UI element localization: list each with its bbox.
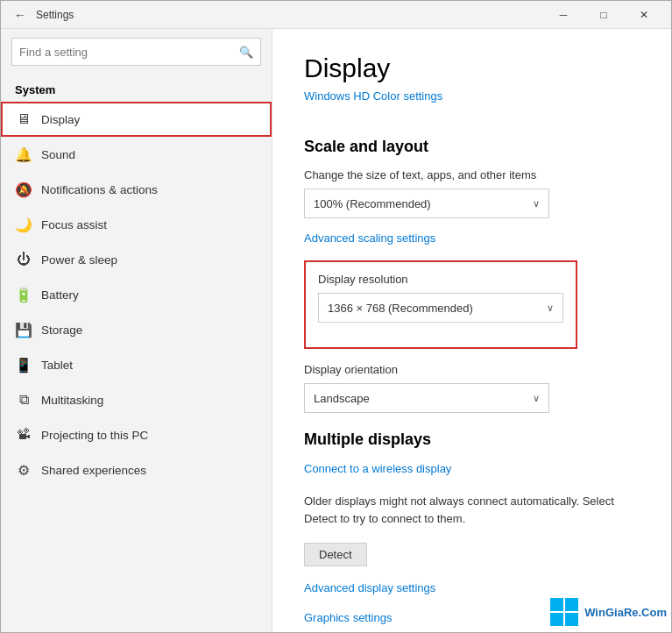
title-bar: ← Settings ─ □ ✕ — [1, 1, 671, 29]
multiple-section-title: Multiple displays — [304, 430, 640, 449]
chevron-down-icon: ∨ — [533, 393, 540, 404]
svg-rect-2 — [550, 613, 563, 626]
sidebar: 🔍 System 🖥 Display 🔔 Sound 🔕 Notificatio… — [1, 29, 272, 632]
watermark: WinGiaRe.Com — [548, 596, 667, 628]
tablet-icon: 📱 — [15, 356, 32, 373]
sidebar-item-label: Notifications & actions — [41, 183, 158, 196]
sidebar-item-shared[interactable]: ⚙ Shared experiences — [1, 452, 272, 487]
watermark-text: WinGiaRe.Com — [584, 606, 667, 619]
maximize-button[interactable]: □ — [584, 1, 624, 29]
sidebar-item-label: Battery — [41, 288, 79, 302]
sidebar-item-label: Storage — [41, 324, 82, 337]
svg-rect-1 — [565, 598, 578, 611]
minimize-button[interactable]: ─ — [543, 1, 584, 29]
page-title: Display — [304, 53, 640, 83]
orientation-dropdown-wrapper: Landscape ∨ — [304, 383, 640, 413]
sidebar-item-focus[interactable]: 🌙 Focus assist — [1, 207, 272, 242]
wireless-display-link[interactable]: Connect to a wireless display — [304, 462, 451, 475]
scale-dropdown[interactable]: 100% (Recommended) ∨ — [304, 188, 549, 218]
detect-button[interactable]: Detect — [304, 543, 367, 566]
sidebar-item-label: Sound — [41, 148, 75, 161]
scale-dropdown-wrapper: 100% (Recommended) ∨ — [304, 188, 640, 218]
sidebar-item-label: Power & sleep — [41, 253, 117, 267]
sidebar-item-display[interactable]: 🖥 Display — [1, 102, 272, 137]
scale-section-title: Scale and layout — [304, 138, 640, 156]
multiple-displays-text: Older displays might not always connect … — [304, 493, 640, 527]
storage-icon: 💾 — [15, 321, 32, 338]
search-box[interactable]: 🔍 — [11, 38, 261, 66]
sidebar-item-label: Projecting to this PC — [41, 429, 148, 442]
projecting-icon: 📽 — [15, 426, 32, 444]
section-label: System — [1, 78, 272, 102]
sidebar-item-projecting[interactable]: 📽 Projecting to this PC — [1, 417, 272, 452]
scale-value: 100% (Recommended) — [314, 197, 431, 210]
battery-icon: 🔋 — [15, 286, 32, 303]
back-button[interactable]: ← — [8, 3, 32, 27]
advanced-display-link[interactable]: Advanced display settings — [304, 581, 435, 594]
sidebar-item-label: Shared experiences — [41, 464, 146, 477]
shared-icon: ⚙ — [15, 461, 32, 479]
sidebar-item-label: Display — [41, 113, 80, 126]
sidebar-item-label: Multitasking — [41, 394, 103, 407]
orientation-label: Display orientation — [304, 363, 640, 376]
sidebar-item-power[interactable]: ⏻ Power & sleep — [1, 242, 272, 277]
sidebar-item-tablet[interactable]: 📱 Tablet — [1, 347, 272, 382]
search-input[interactable] — [19, 46, 239, 59]
resolution-dropdown-wrapper: 1366 × 768 (Recommended) ∨ — [318, 293, 563, 323]
scale-label: Change the size of text, apps, and other… — [304, 168, 640, 181]
sidebar-item-storage[interactable]: 💾 Storage — [1, 312, 272, 347]
power-icon: ⏻ — [15, 251, 32, 268]
content-area: Display Windows HD Color settings Scale … — [272, 29, 671, 632]
window-controls: ─ □ ✕ — [543, 1, 664, 29]
sidebar-item-notifications[interactable]: 🔕 Notifications & actions — [1, 172, 272, 207]
graphics-settings-link[interactable]: Graphics settings — [304, 611, 392, 624]
chevron-down-icon: ∨ — [547, 302, 554, 314]
resolution-label: Display resolution — [318, 273, 563, 286]
sidebar-item-battery[interactable]: 🔋 Battery — [1, 277, 272, 312]
sidebar-item-multitasking[interactable]: ⧉ Multitasking — [1, 382, 272, 417]
search-icon: 🔍 — [239, 46, 253, 59]
sidebar-item-label: Tablet — [41, 359, 73, 372]
resolution-value: 1366 × 768 (Recommended) — [328, 302, 473, 315]
display-icon: 🖥 — [15, 110, 32, 128]
windows-logo-icon — [548, 596, 580, 628]
main-layout: 🔍 System 🖥 Display 🔔 Sound 🔕 Notificatio… — [1, 29, 671, 632]
sound-icon: 🔔 — [15, 146, 32, 163]
sidebar-item-sound[interactable]: 🔔 Sound — [1, 137, 272, 172]
focus-icon: 🌙 — [15, 216, 32, 233]
advanced-scaling-link[interactable]: Advanced scaling settings — [304, 231, 435, 245]
svg-rect-0 — [550, 598, 563, 611]
resolution-dropdown[interactable]: 1366 × 768 (Recommended) ∨ — [318, 293, 563, 323]
resolution-section: Display resolution 1366 × 768 (Recommend… — [304, 260, 577, 349]
notifications-icon: 🔕 — [15, 181, 32, 198]
orientation-dropdown[interactable]: Landscape ∨ — [304, 383, 549, 413]
window-title: Settings — [36, 9, 543, 21]
chevron-down-icon: ∨ — [533, 198, 540, 210]
close-button[interactable]: ✕ — [624, 1, 664, 29]
sidebar-item-label: Focus assist — [41, 218, 107, 231]
hd-color-link[interactable]: Windows HD Color settings — [304, 89, 442, 103]
svg-rect-3 — [565, 613, 578, 626]
orientation-value: Landscape — [314, 392, 370, 405]
multitasking-icon: ⧉ — [15, 391, 32, 409]
